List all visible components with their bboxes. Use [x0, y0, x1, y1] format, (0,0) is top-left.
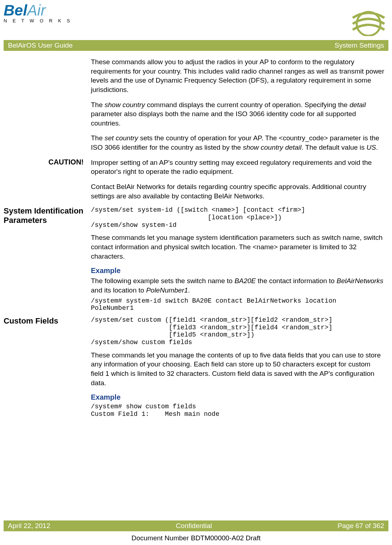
footer-date: April 22, 2012 [8, 522, 50, 530]
intro-p2: The show country command displays the cu… [91, 100, 385, 128]
logo-belair-networks: BelAir N E T W O R K S [4, 4, 72, 23]
sysid-example-command: /system# system-id switch BA20E contact … [91, 297, 385, 312]
intro-block: These commands allow you to adjust the r… [91, 57, 385, 158]
header-row: BelAir N E T W O R K S [4, 0, 388, 38]
intro-p3: The set country sets the country of oper… [91, 133, 385, 152]
intro-p1: These commands allow you to adjust the r… [91, 57, 385, 95]
sysid-p1: These commands let you manage system ide… [91, 233, 385, 261]
caution-block: Improper setting of an AP's country sett… [91, 158, 385, 207]
sysid-example-text: The following example sets the switch na… [91, 276, 385, 295]
custom-label: Custom Fields [4, 316, 87, 422]
custom-command: /system/set custom ([field1 <random_str>… [91, 316, 385, 346]
title-bar-right: System Settings [335, 41, 384, 49]
custom-example-command: /system# show custom fields Custom Field… [91, 403, 385, 418]
custom-p1: These commands let you manage the conten… [91, 351, 385, 388]
example-heading: Example [91, 393, 385, 401]
custom-block: /system/set custom ([field1 <random_str>… [91, 316, 385, 422]
example-heading: Example [91, 267, 385, 275]
sysid-command: /system/set system-id ([switch <name>] [… [91, 206, 385, 229]
footer-bar: April 22, 2012 Confidential Page 67 of 3… [4, 520, 388, 531]
caution-p2: Contact BelAir Networks for details rega… [91, 182, 385, 201]
logo-subtext: N E T W O R K S [4, 18, 72, 23]
footer-confidential: Confidential [176, 522, 212, 530]
document-number: Document Number BDTM00000-A02 Draft [0, 534, 392, 542]
sysid-label: System Identification Parameters [4, 206, 87, 316]
title-bar: BelAirOS User Guide System Settings [4, 40, 388, 51]
caution-p1: Improper setting of an AP's country sett… [91, 158, 385, 176]
footer-page: Page 67 of 362 [338, 522, 384, 530]
title-bar-left: BelAirOS User Guide [8, 41, 73, 49]
logo-wordmark: BelAir [4, 4, 46, 17]
swirl-icon [349, 4, 388, 38]
caution-label: CAUTION! [4, 158, 87, 207]
content-grid: These commands allow you to adjust the r… [4, 51, 388, 422]
sysid-block: /system/set system-id ([switch <name>] [… [91, 206, 385, 316]
